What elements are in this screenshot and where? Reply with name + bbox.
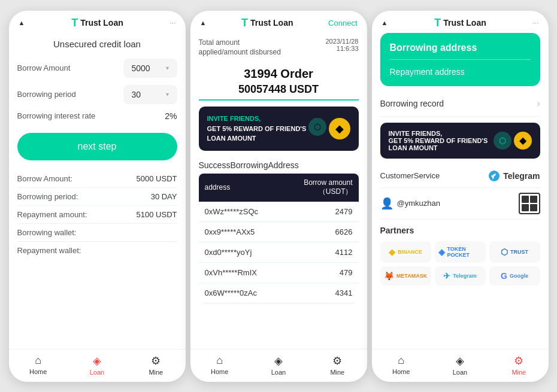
borrowing-record-label: Borrowing record: [380, 99, 444, 108]
nav-home-1[interactable]: ⌂ Home: [9, 354, 68, 376]
p2-date: 2023/11/28: [325, 38, 358, 45]
telegram-icon: [489, 171, 500, 181]
phone-3: ▲ T Trust Loan ··· Borrowing address Rep…: [372, 11, 549, 382]
qr-cell-4: [530, 204, 537, 211]
borrow-amount-input[interactable]: 5000 ▾: [123, 59, 177, 78]
phone3-logo: T Trust Loan: [434, 17, 486, 29]
p3-address-card[interactable]: Borrowing address Repayment address: [380, 33, 540, 86]
loan-icon: ◈: [93, 354, 101, 367]
invite-ball-4: ◆: [514, 132, 532, 150]
username-text: @ymkuzhan: [397, 199, 440, 208]
nav-mine-1[interactable]: ⚙ Mine: [126, 354, 185, 376]
partner-logo[interactable]: ◆BINANCE: [380, 241, 431, 263]
summary-row: Borrowing period:30 DAY: [17, 188, 177, 206]
partner-logo[interactable]: 🦊METAMASK: [380, 266, 431, 285]
col-address: address: [199, 174, 265, 202]
p2-usdt: 50057448 USDT: [199, 83, 359, 96]
phone1-logo: T Trust Loan: [71, 17, 123, 29]
logo-t-icon-3: T: [434, 17, 441, 29]
nav-loan-2[interactable]: ◈ Loan: [249, 354, 308, 376]
amount-cell: 4341: [264, 282, 358, 303]
partner-icon: 🦊: [384, 271, 394, 281]
partner-logo[interactable]: ◈TOKEN POCKET: [435, 241, 486, 263]
borrow-table-body: 0xWz*****zSQc24790xx9*****AXx566260xd0**…: [199, 202, 359, 303]
p2-top-row: Total amount applied/amount disbursed 20…: [199, 33, 359, 62]
invite-icons-2: ⬡ ◆: [308, 118, 350, 139]
invite-line3-3: LOAN AMOUNT: [389, 144, 488, 151]
phone3-content: Borrowing address Repayment address Borr…: [372, 33, 549, 349]
phone1-dots[interactable]: ···: [169, 19, 175, 27]
partner-logo[interactable]: ⬡TRUST: [489, 241, 540, 263]
summary-label: Repayment wallet:: [17, 246, 81, 255]
telegram-label: Telegram: [503, 171, 540, 181]
period-row: Borrowing period 30 ▾: [17, 85, 177, 104]
nav-loan-label-1: Loan: [90, 369, 104, 376]
nav-loan-label-3: Loan: [453, 369, 467, 376]
home-icon: ⌂: [35, 354, 41, 367]
summary-table: Borrow Amount:5000 USDTBorrowing period:…: [17, 170, 177, 259]
qr-code-icon[interactable]: [519, 193, 540, 214]
summary-label: Borrowing wallet:: [17, 228, 77, 237]
invite-ball-1: ⬡: [308, 118, 326, 136]
nav-mine-2[interactable]: ⚙ Mine: [308, 354, 367, 376]
partner-logo[interactable]: ✈Telegram: [435, 266, 486, 285]
address-cell: 0xWz*****zSQc: [199, 202, 265, 222]
phone2-header: ▲ T Trust Loan Connect: [190, 11, 367, 33]
interest-row: Borrowing interest rate 2%: [17, 111, 177, 121]
invite-icons-3: ⬡ ◆: [494, 132, 532, 150]
phone1-nav: ⌂ Home ◈ Loan ⚙ Mine: [9, 349, 186, 382]
nav-loan-1[interactable]: ◈ Loan: [68, 354, 126, 376]
phone1-title: Unsecured credit loan: [17, 33, 177, 59]
partner-name: TRUST: [510, 249, 528, 255]
nav-mine-3[interactable]: ⚙ Mine: [489, 354, 548, 376]
signal-icon: ▲: [19, 19, 25, 26]
summary-row: Repayment wallet:: [17, 242, 177, 259]
invite-line3-2: LOAN AMOUNT: [207, 133, 307, 144]
next-step-button[interactable]: next step: [17, 133, 177, 160]
invite-banner-2[interactable]: INVITE FRIENDS, GET 5% REWARD OF FRIEND'…: [199, 107, 359, 151]
summary-value: 5100 USDT: [137, 210, 177, 219]
invite-line2-3: GET 5% REWARD OF FRIEND'S: [389, 137, 488, 144]
connect-button[interactable]: Connect: [328, 19, 357, 28]
interest-label: Borrowing interest rate: [17, 111, 96, 120]
partner-icon: ◈: [438, 247, 445, 257]
invite-line1-2: INVITE FRIENDS,: [207, 114, 307, 124]
customer-service-label: CustomerService: [380, 171, 440, 180]
nav-loan-3[interactable]: ◈ Loan: [431, 354, 489, 376]
phone3-dots[interactable]: ···: [532, 19, 538, 27]
amount-cell: 4112: [264, 242, 358, 262]
borrowing-address-title: Borrowing address: [390, 42, 531, 53]
phone3-status: ▲: [382, 19, 388, 26]
nav-home-label-1: Home: [29, 368, 47, 375]
invite-banner-3[interactable]: INVITE FRIENDS, GET 5% REWARD OF FRIEND'…: [380, 123, 540, 159]
phone2-logo: T Trust Loan: [241, 17, 293, 29]
p2-total-label: Total amount applied/amount disbursed: [199, 38, 281, 58]
logo-text-3: Trust Loan: [443, 18, 486, 28]
address-cell: 0x6W*****0zAc: [199, 282, 265, 303]
summary-row: Borrowing wallet:: [17, 224, 177, 242]
amount-cell: 2479: [264, 202, 358, 222]
p2-time: 11:6:33: [325, 45, 358, 52]
partner-name: Telegram: [453, 273, 476, 279]
nav-home-2[interactable]: ⌂ Home: [190, 354, 249, 376]
qr-cell-1: [522, 196, 529, 203]
partner-logo[interactable]: GGoogle: [489, 266, 540, 285]
summary-row: Repayment amount:5100 USDT: [17, 206, 177, 224]
period-input[interactable]: 30 ▾: [123, 85, 177, 104]
mine-icon: ⚙: [151, 354, 161, 367]
borrowing-record-row[interactable]: Borrowing record ›: [380, 91, 540, 117]
nav-loan-label-2: Loan: [271, 369, 286, 376]
invite-line2-2: GET 5% REWARD OF FRIEND'S: [207, 124, 307, 134]
home-icon-3: ⌂: [398, 354, 404, 367]
address-cell: 0xx9*****AXx5: [199, 221, 265, 242]
summary-label: Borrowing period:: [17, 192, 78, 201]
table-row: 0x6W*****0zAc4341: [199, 282, 359, 303]
telegram-row[interactable]: Telegram: [489, 171, 540, 181]
borrow-table: address Borrow amount（USDT） 0xWz*****zSQ…: [199, 174, 359, 303]
nav-home-3[interactable]: ⌂ Home: [372, 354, 431, 376]
partner-name: BINANCE: [398, 249, 422, 255]
partners-grid: ◆BINANCE◈TOKEN POCKET⬡TRUST🦊METAMASK✈Tel…: [380, 241, 540, 285]
partner-icon: ⬡: [501, 247, 508, 257]
borrow-amount-label: Borrow Amount: [17, 63, 71, 72]
borrow-table-title: SuccessBorrowingAddress: [199, 157, 359, 174]
